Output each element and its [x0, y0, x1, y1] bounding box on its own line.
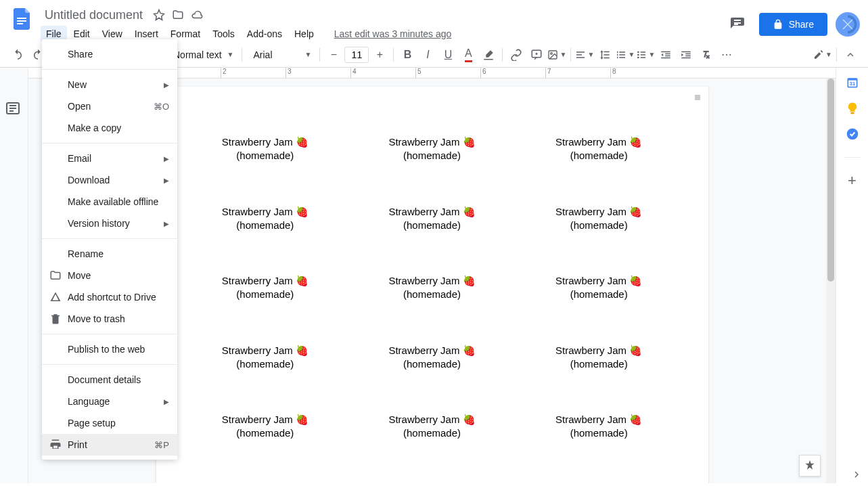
menu-share[interactable]: Share: [42, 43, 177, 65]
align-button[interactable]: ▼: [575, 45, 594, 64]
label-cell[interactable]: Strawberry Jam 🍓(homemade): [189, 205, 342, 233]
label-subtitle: (homemade): [522, 288, 676, 301]
ruler-tick: 2: [221, 68, 285, 78]
label-cell[interactable]: Strawberry Jam 🍓(homemade): [189, 274, 342, 302]
italic-button[interactable]: I: [418, 45, 437, 64]
bold-button[interactable]: B: [398, 45, 417, 64]
account-avatar[interactable]: [836, 12, 860, 37]
menu-trash[interactable]: Move to trash: [42, 308, 177, 330]
calendar-app-icon[interactable]: 31: [846, 76, 859, 89]
menu-move[interactable]: Move: [42, 265, 177, 286]
document-title[interactable]: Untitled document: [41, 7, 147, 24]
menu-new[interactable]: New▶: [42, 74, 177, 95]
collapse-toolbar-button[interactable]: [841, 45, 860, 64]
paragraph-style-dropdown[interactable]: Normal text ▼: [170, 49, 237, 60]
menu-language[interactable]: Language▶: [42, 391, 177, 412]
cloud-status-icon[interactable]: [190, 8, 204, 22]
side-panel-toggle[interactable]: [849, 467, 864, 482]
menu-add-shortcut[interactable]: Add shortcut to Drive: [42, 286, 177, 308]
label-title: Strawberry Jam 🍓: [355, 413, 509, 426]
insert-image-button[interactable]: ▼: [547, 45, 566, 64]
print-icon: [49, 438, 62, 451]
menu-make-copy[interactable]: Make a copy: [42, 117, 177, 139]
insert-comment-button[interactable]: [527, 45, 546, 64]
undo-button[interactable]: [8, 45, 27, 64]
clear-formatting-button[interactable]: [697, 45, 716, 64]
submenu-arrow-icon: ▶: [164, 81, 169, 89]
label-cell[interactable]: Strawberry Jam 🍓(homemade): [522, 344, 676, 372]
insert-link-button[interactable]: [507, 45, 526, 64]
highlight-button[interactable]: [479, 45, 498, 64]
label-title: Strawberry Jam 🍓: [189, 483, 342, 484]
label-cell[interactable]: Strawberry Jam 🍓(homemade): [355, 205, 509, 233]
label-cell[interactable]: Strawberry Jam 🍓(homemade): [189, 413, 342, 441]
label-cell[interactable]: Strawberry Jam 🍓(homemade): [355, 483, 509, 484]
label-cell[interactable]: Strawberry Jam 🍓(homemade): [355, 135, 509, 163]
ruler-tick: 4: [350, 68, 415, 78]
label-subtitle: (homemade): [522, 219, 676, 232]
label-title: Strawberry Jam 🍓: [522, 344, 676, 357]
label-title: Strawberry Jam 🍓: [355, 483, 509, 484]
bulleted-list-button[interactable]: ▼: [636, 45, 655, 64]
star-icon[interactable]: [152, 8, 166, 22]
tasks-app-icon[interactable]: [846, 127, 859, 141]
outline-toggle-icon[interactable]: [5, 100, 24, 119]
comments-button[interactable]: [724, 11, 751, 38]
label-title: Strawberry Jam 🍓: [355, 135, 509, 149]
label-cell[interactable]: Strawberry Jam 🍓(homemade): [355, 274, 509, 302]
label-cell[interactable]: Strawberry Jam 🍓(homemade): [355, 344, 509, 372]
last-edit-link[interactable]: Last edit was 3 minutes ago: [329, 26, 457, 42]
label-cell[interactable]: Strawberry Jam 🍓(homemade): [189, 135, 342, 163]
menu-page-setup[interactable]: Page setup: [42, 412, 177, 434]
label-cell[interactable]: Strawberry Jam 🍓(homemade): [522, 483, 676, 484]
menu-publish[interactable]: Publish to the web: [42, 338, 177, 360]
font-size-increase[interactable]: +: [370, 45, 389, 64]
editing-mode-button[interactable]: ▼: [813, 45, 832, 64]
label-cell[interactable]: Strawberry Jam 🍓(homemade): [522, 413, 676, 441]
label-cell[interactable]: Strawberry Jam 🍓(homemade): [355, 413, 509, 441]
menu-print[interactable]: Print ⌘P: [42, 434, 177, 456]
keep-app-icon[interactable]: [846, 102, 859, 115]
line-spacing-button[interactable]: [595, 45, 614, 64]
font-size-input[interactable]: 11: [344, 47, 369, 63]
menu-help[interactable]: Help: [289, 26, 319, 42]
svg-point-7: [637, 51, 639, 53]
label-cell[interactable]: Strawberry Jam 🍓(homemade): [189, 483, 342, 484]
font-dropdown[interactable]: Arial ▼: [246, 49, 315, 60]
menu-email[interactable]: Email▶: [42, 148, 177, 169]
label-grid: Strawberry Jam 🍓(homemade)Strawberry Jam…: [189, 135, 676, 483]
label-title: Strawberry Jam 🍓: [189, 135, 342, 149]
move-folder-icon[interactable]: [171, 8, 185, 22]
vertical-scrollbar[interactable]: [826, 79, 836, 483]
app-header: Untitled document File Edit View Insert …: [0, 0, 868, 42]
label-cell[interactable]: Strawberry Jam 🍓(homemade): [522, 274, 676, 302]
label-cell[interactable]: Strawberry Jam 🍓(homemade): [522, 205, 676, 233]
share-button[interactable]: Share: [759, 13, 827, 36]
menu-details[interactable]: Document details: [42, 369, 177, 391]
menu-rename[interactable]: Rename: [42, 243, 177, 265]
scrollbar-thumb[interactable]: [827, 79, 834, 282]
paragraph-style-value: Normal text: [170, 49, 225, 60]
label-cell[interactable]: Strawberry Jam 🍓(homemade): [522, 135, 676, 163]
add-app-icon[interactable]: +: [846, 174, 859, 187]
menu-addons[interactable]: Add-ons: [242, 26, 288, 42]
menu-download[interactable]: Download▶: [42, 169, 177, 191]
more-tools-button[interactable]: ⋯: [717, 45, 736, 64]
label-subtitle: (homemade): [189, 219, 342, 232]
docs-logo[interactable]: [8, 5, 35, 32]
increase-indent-button[interactable]: [677, 45, 695, 64]
underline-button[interactable]: U: [438, 45, 457, 64]
menu-tools[interactable]: Tools: [207, 26, 240, 42]
label-cell[interactable]: Strawberry Jam 🍓(homemade): [189, 344, 342, 372]
menu-offline[interactable]: Make available offline: [42, 191, 177, 213]
menu-open[interactable]: Open⌘O: [42, 95, 177, 117]
label-title: Strawberry Jam 🍓: [189, 413, 342, 426]
decrease-indent-button[interactable]: [656, 45, 675, 64]
text-color-button[interactable]: A: [459, 45, 478, 64]
menu-version-history[interactable]: Version history▶: [42, 213, 177, 234]
numbered-list-button[interactable]: ▼: [616, 45, 635, 64]
explore-button[interactable]: [799, 455, 821, 477]
label-subtitle: (homemade): [355, 219, 509, 232]
font-size-decrease[interactable]: −: [324, 45, 343, 64]
document-page[interactable]: Strawberry Jam 🍓(homemade)Strawberry Jam…: [156, 87, 708, 483]
